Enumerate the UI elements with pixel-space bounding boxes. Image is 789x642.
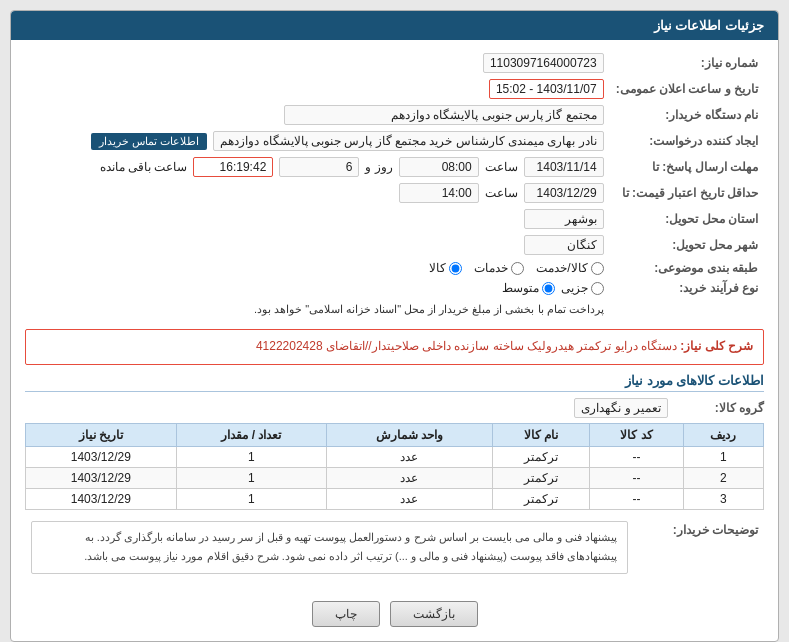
cell-radif: 1 (683, 446, 763, 467)
col-tedad: تعداد / مقدار (176, 423, 326, 446)
col-tarikh: تاریخ نیاز (26, 423, 177, 446)
saat-mande-label: ساعت باقی مانده (100, 160, 188, 174)
col-kod: کد کالا (590, 423, 683, 446)
notes-label: توضیحات خریدار: (634, 518, 764, 586)
ostan-value: بوشهر (524, 209, 604, 229)
cell-tarikh: 1403/12/29 (26, 446, 177, 467)
shomare-niaz-value: 1103097164000723 (483, 53, 604, 73)
shahr-value: کنگان (524, 235, 604, 255)
shahr-label: شهر محل تحویل: (610, 232, 764, 258)
items-table: ردیف کد کالا نام کالا واحد شمارش تعداد /… (25, 423, 764, 510)
col-name: نام کالا (492, 423, 590, 446)
mohlat-saat: 08:00 (399, 157, 479, 177)
cell-tarikh: 1403/12/29 (26, 488, 177, 509)
mohlat-tarikh: 1403/11/14 (524, 157, 604, 177)
tarikh-label: تاریخ و ساعت اعلان عمومی: (610, 76, 764, 102)
cell-tedad: 1 (176, 488, 326, 509)
grohe-label: گروه کالا: (674, 401, 764, 415)
kala-khadamat-label: کالا/خدمت (536, 261, 587, 275)
sharh-box: شرح کلی نیاز: دستگاه درایو ترکمتر هیدرول… (25, 329, 764, 365)
joezi-label: جزیی (561, 281, 588, 295)
back-button[interactable]: بازگشت (390, 601, 478, 627)
ostan-label: استان محل تحویل: (610, 206, 764, 232)
radio-khadamat[interactable]: خدمات (474, 261, 524, 275)
mohlat-label: مهلت ارسال پاسخ: تا (610, 154, 764, 180)
jadaval-saat: 14:00 (399, 183, 479, 203)
cell-vahed: عدد (327, 446, 493, 467)
cell-tarikh: 1403/12/29 (26, 467, 177, 488)
table-row: 1--ترکمترعدد11403/12/29 (26, 446, 764, 467)
cell-tedad: 1 (176, 467, 326, 488)
shomare-niaz-label: شماره نیاز: (610, 50, 764, 76)
cell-kod: -- (590, 446, 683, 467)
notes-value: پیشنهاد فنی و مالی می بایست بر اساس شرح … (31, 521, 628, 575)
cell-name: ترکمتر (492, 467, 590, 488)
cell-radif: 3 (683, 488, 763, 509)
sharh-label: شرح کلی نیاز: (680, 339, 753, 353)
cell-kod: -- (590, 467, 683, 488)
grohe-value: تعمیر و نگهداری (574, 398, 668, 418)
col-vahed: واحد شمارش (327, 423, 493, 446)
ijad-value: نادر بهاری میمندی کارشناس خرید مجتمع گاز… (213, 131, 603, 151)
motoset-label: متوسط (502, 281, 539, 295)
kala-label: کالا (429, 261, 446, 275)
print-button[interactable]: چاپ (312, 601, 380, 627)
khadamat-label: خدمات (474, 261, 508, 275)
col-radif: ردیف (683, 423, 763, 446)
saat-label: ساعت (485, 160, 518, 174)
cell-kod: -- (590, 488, 683, 509)
cell-vahed: عدد (327, 488, 493, 509)
radio-kala-khadamat[interactable]: کالا/خدمت (536, 261, 603, 275)
nam-dastgah-label: نام دستگاه خریدار: (610, 102, 764, 128)
cell-radif: 2 (683, 467, 763, 488)
items-header: اطلاعات کالاهای مورد نیاز (25, 373, 764, 392)
radio-kala[interactable]: کالا (429, 261, 462, 275)
tarikh-value: 1403/11/07 - 15:02 (489, 79, 604, 99)
buyer-info-button[interactable]: اطلاعات تماس خریدار (91, 133, 207, 150)
cell-name: ترکمتر (492, 488, 590, 509)
roz-label: روز و (365, 160, 392, 174)
jadaval-label: حداقل تاریخ اعتبار قیمت: تا (610, 180, 764, 206)
table-row: 3--ترکمترعدد11403/12/29 (26, 488, 764, 509)
tabaghe-label: طبقه بندی موضوعی: (610, 258, 764, 278)
cell-vahed: عدد (327, 467, 493, 488)
payment-note: پرداخت تمام با بخشی از مبلغ خریدار از مح… (31, 301, 604, 318)
mohlat-roz: 6 (279, 157, 359, 177)
radio-motoset[interactable]: متوسط (502, 281, 555, 295)
cell-tedad: 1 (176, 446, 326, 467)
page-title: جزئیات اطلاعات نیاز (11, 11, 778, 40)
button-bar: بازگشت چاپ (25, 593, 764, 631)
sharh-value: دستگاه درایو ترکمتر هیدرولیک ساخته سازند… (256, 339, 677, 353)
mohlat-saat-mande: 16:19:42 (193, 157, 273, 177)
jadaval-tarikh: 1403/12/29 (524, 183, 604, 203)
saat-label2: ساعت (485, 186, 518, 200)
radio-joezi[interactable]: جزیی (561, 281, 604, 295)
nam-dastgah-value: مجتمع گاز پارس جنوبی پالایشگاه دوازدهم (284, 105, 604, 125)
table-row: 2--ترکمترعدد11403/12/29 (26, 467, 764, 488)
ijad-label: ایجاد کننده درخواست: (610, 128, 764, 154)
nooe-label: نوع فرآیند خرید: (610, 278, 764, 298)
cell-name: ترکمتر (492, 446, 590, 467)
